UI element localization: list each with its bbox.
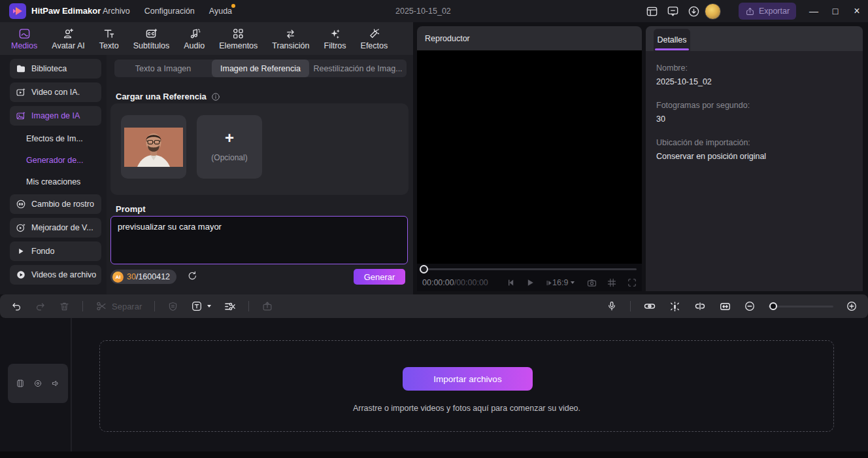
unlink-button[interactable] (693, 300, 707, 313)
play-circle-icon (16, 270, 26, 280)
player-viewport[interactable] (417, 50, 642, 290)
player-title: Reproductor (425, 34, 470, 43)
track-visibility-icon[interactable] (33, 379, 42, 388)
scissors-icon (95, 300, 107, 312)
sidebar-item-video-con-ia[interactable]: Video con IA. (10, 82, 101, 102)
zoom-in-button[interactable] (846, 300, 858, 312)
minimize-button[interactable]: — (804, 0, 824, 22)
filmstrip-icon[interactable] (16, 379, 25, 388)
redo-button[interactable] (35, 300, 46, 312)
tab-elementos[interactable]: Elementos (212, 22, 265, 55)
zoom-slider-handle[interactable] (769, 302, 777, 310)
titlebar: HitPaw Edimakor Archivo Configuración Ay… (0, 0, 868, 22)
fit-timeline-button[interactable] (719, 300, 731, 313)
sidebar-item-label: Fondo (31, 247, 54, 256)
voiceover-button[interactable] (606, 300, 618, 312)
sidebar-item-fondo[interactable]: Fondo (10, 241, 101, 261)
video-ai-icon (16, 87, 26, 97)
close-button[interactable]: × (847, 0, 867, 22)
tab-efectos[interactable]: Efectos (354, 22, 395, 55)
reference-image-thumbnail[interactable] (121, 115, 186, 179)
credits-used: 30 (127, 272, 136, 281)
aspect-ratio-selector[interactable]: 16:9 (552, 275, 575, 290)
prompt-input[interactable]: previsualizar su cara mayor (110, 216, 408, 264)
menu-ayuda[interactable]: Ayuda (209, 7, 232, 16)
zoom-out-button[interactable] (744, 300, 756, 312)
grid-overlay-button[interactable] (605, 275, 619, 290)
refresh-credits-button[interactable] (187, 270, 198, 281)
chevron-down-icon (207, 305, 211, 308)
sidebar-item-label: Efectos de Im... (26, 134, 83, 143)
generate-button[interactable]: Generar (354, 269, 405, 285)
ai-image-generator-panel: Texto a Imagen Imagen de Referencia Rees… (107, 55, 413, 294)
optional-upload-slot[interactable]: + (Opcional) (197, 115, 262, 179)
tab-audio[interactable]: Audio (176, 22, 212, 55)
undo-icon (10, 300, 22, 312)
link-icon (643, 300, 656, 313)
media-icon (18, 27, 31, 40)
link-clips-button[interactable] (643, 300, 656, 313)
download-update-button[interactable] (686, 4, 701, 18)
edit-toolbar-right (606, 294, 858, 318)
menu-archivo[interactable]: Archivo (103, 7, 130, 16)
tab-medios[interactable]: Medios (4, 22, 44, 55)
seek-bar[interactable] (425, 268, 637, 270)
sidebar-item-cambio-de-rostro[interactable]: Cambio de rostro (10, 194, 101, 214)
upload-section-title: Cargar una Referencia (116, 92, 220, 101)
tab-texto[interactable]: Texto (92, 22, 126, 55)
menu-configuracion[interactable]: Configuración (144, 7, 195, 16)
sidebar-item-efectos-de-imagen[interactable]: Efectos de Im... (10, 130, 101, 148)
seek-handle[interactable] (420, 265, 428, 273)
credits-pill: AI 30/1600412 (110, 270, 176, 284)
maximize-button[interactable]: □ (826, 0, 845, 22)
export-clip-button[interactable] (261, 300, 273, 312)
track-audio-icon[interactable] (51, 379, 60, 388)
sidebar-item-mis-creaciones[interactable]: Mis creaciones (10, 173, 101, 191)
tab-imagen-de-referencia[interactable]: Imagen de Referencia (212, 60, 309, 77)
ai-badge-icon: AI (112, 272, 124, 283)
delete-button[interactable] (59, 301, 70, 312)
layout-panels-button[interactable] (644, 4, 659, 18)
upload-section-title-text: Cargar una Referencia (116, 92, 207, 101)
timeline-zoom-slider[interactable] (768, 306, 833, 308)
split-button[interactable]: Separar (95, 300, 142, 312)
microphone-icon (606, 300, 618, 312)
import-files-button[interactable]: Importar archivos (403, 367, 533, 391)
sidebar-item-videos-de-archivo[interactable]: Videos de archivo (10, 265, 101, 285)
tab-texto-a-imagen[interactable]: Texto a Imagen (114, 60, 212, 77)
tab-filtros[interactable]: Filtros (317, 22, 354, 55)
details-tab-label: Detalles (657, 35, 686, 44)
timeline-scrollbar-track[interactable] (0, 451, 868, 458)
tab-reestilizacion[interactable]: Reestilización de Imag... (309, 60, 407, 77)
undo-button[interactable] (10, 300, 22, 312)
user-avatar[interactable] (705, 3, 721, 20)
play-button[interactable] (523, 275, 537, 290)
snap-button[interactable] (669, 300, 681, 313)
tab-avatar-ai[interactable]: Avatar AI (44, 22, 92, 55)
media-dropzone[interactable]: Importar archivos Arrastre o importe vid… (99, 340, 834, 432)
filters-sparkle-icon (329, 27, 341, 40)
trim-delete-button[interactable] (224, 300, 236, 313)
player-controls: 00:00:00 / 00:00:00 16:9 (417, 264, 642, 291)
sidebar: Biblioteca Video con IA. Imagen de IA Ef… (0, 55, 107, 294)
sidebar-item-imagen-de-ia[interactable]: Imagen de IA (10, 106, 101, 126)
info-icon[interactable] (211, 92, 220, 101)
fullscreen-button[interactable] (625, 275, 639, 290)
sidebar-item-biblioteca[interactable]: Biblioteca (10, 59, 101, 79)
marker-button[interactable] (167, 301, 178, 312)
snapshot-button[interactable] (584, 275, 599, 290)
export-button[interactable]: Exportar (739, 3, 796, 20)
tab-subtitulos[interactable]: Subtítulos (126, 22, 177, 55)
tab-transicion[interactable]: Transición (265, 22, 316, 55)
export-up-icon (745, 7, 755, 16)
text-tool-button[interactable] (191, 300, 211, 312)
field-label: Ubicación de importación: (656, 138, 852, 147)
tab-detalles[interactable]: Detalles (654, 29, 690, 51)
sidebar-item-generador[interactable]: Generador de... (10, 151, 101, 169)
sidebar-item-mejorador-de-video[interactable]: Mejorador de V... (10, 218, 101, 238)
field-label: Nombre: (656, 63, 852, 73)
folder-icon (16, 63, 26, 74)
feedback-button[interactable] (665, 4, 680, 18)
previous-frame-button[interactable] (504, 275, 518, 290)
tab-label: Medios (11, 41, 37, 50)
